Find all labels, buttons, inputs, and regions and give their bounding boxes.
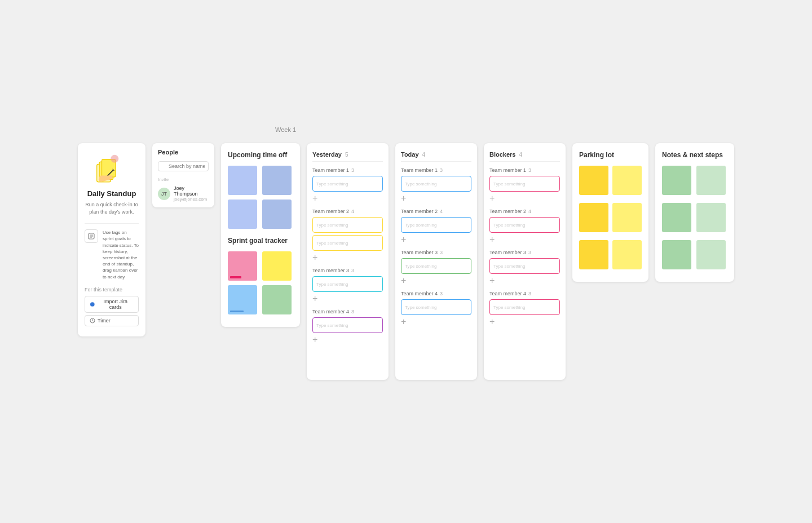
add-note-btn[interactable]: + <box>401 317 471 326</box>
team-2-today: Team member 2 4 Type something + <box>401 209 471 244</box>
team-2-blockers-label: Team member 2 <box>489 209 526 214</box>
team-4-yesterday: Team member 4 3 Type something + <box>312 309 383 344</box>
team-4-blockers-label: Team member 4 <box>489 291 526 296</box>
parking-stickies-1 <box>579 166 642 195</box>
avatar: JT <box>158 188 170 200</box>
team-4-today-label: Team member 4 <box>401 291 438 296</box>
add-note-btn[interactable]: + <box>489 235 560 244</box>
note-input[interactable]: Type something <box>312 176 383 192</box>
yesterday-column: Yesterday 5 Team member 1 3 Type somethi… <box>307 143 389 380</box>
person-email: joey@jones.com <box>174 197 209 202</box>
notes-stickies-1 <box>662 166 727 195</box>
blockers-count: 4 <box>519 152 522 158</box>
team-3-blockers-label: Team member 3 <box>489 250 526 255</box>
blockers-header: Blockers 4 <box>489 151 560 162</box>
add-note-btn[interactable]: + <box>312 253 383 262</box>
sticky-note <box>612 240 642 269</box>
add-note-btn[interactable]: + <box>401 276 471 285</box>
note-input[interactable]: Type something <box>489 299 560 315</box>
add-note-btn[interactable]: + <box>489 317 560 326</box>
people-title: People <box>158 149 209 156</box>
standup-divider <box>85 223 139 224</box>
sticky-note <box>696 166 726 195</box>
upcoming-time-off-card: Upcoming time off Sprint goal tracker <box>221 143 300 327</box>
sticky-note <box>579 166 608 195</box>
template-label: For this template <box>85 287 122 292</box>
note-input[interactable]: Type something <box>489 176 560 192</box>
svg-line-13 <box>92 321 94 321</box>
team-1-blockers-label: Team member 1 <box>489 167 526 173</box>
person-name: Joey Thompson <box>174 185 209 197</box>
add-note-btn[interactable]: + <box>401 194 471 203</box>
sticky-note <box>262 285 292 314</box>
blockers-column: Blockers 4 Team member 1 3 Type somethin… <box>484 143 566 380</box>
time-off-stickies-bottom <box>228 200 293 229</box>
standup-illustration <box>92 151 131 185</box>
team-3-blockers: Team member 3 3 Type something + <box>489 250 560 285</box>
note-input[interactable]: Type something <box>312 235 383 251</box>
person-item: JT Joey Thompson joey@jones.com <box>158 185 209 202</box>
team-2-blockers: Team member 2 4 Type something + <box>489 209 560 244</box>
sticky-note <box>262 251 292 281</box>
svg-point-5 <box>111 155 118 163</box>
team-4-count: 3 <box>351 309 354 314</box>
import-jira-label: Import Jira cards <box>98 299 134 310</box>
add-note-btn[interactable]: + <box>489 276 560 285</box>
parking-lot-card: Parking lot <box>572 143 648 282</box>
note-input[interactable]: Type something <box>401 217 471 233</box>
people-search-input[interactable] <box>158 161 209 171</box>
sticky-note <box>579 240 608 269</box>
sprint-stickies-top <box>228 251 293 281</box>
import-jira-button[interactable]: Import Jira cards <box>85 296 139 313</box>
note-input[interactable]: Type something <box>401 176 471 192</box>
sticky-note <box>662 166 691 195</box>
team-4-today: Team member 4 3 Type something + <box>401 291 471 326</box>
add-note-btn[interactable]: + <box>312 335 383 344</box>
team-4-label: Team member 4 <box>312 309 349 314</box>
parking-stickies-3 <box>579 240 642 269</box>
sticky-note <box>262 166 292 195</box>
team-4-blockers: Team member 4 3 Type something + <box>489 291 560 326</box>
standup-info-row: Use tags on sprint goals to indicate sta… <box>85 229 139 280</box>
notes-stickies-3 <box>662 240 727 269</box>
notes-card: Notes & next steps <box>655 143 734 282</box>
sprint-goal-title: Sprint goal tracker <box>228 237 293 245</box>
yesterday-title: Yesterday <box>312 151 342 158</box>
people-panel: People 🔍 Invite JT Joey Thompson joey@jo… <box>152 143 214 207</box>
sticky-note <box>228 251 257 281</box>
add-note-btn[interactable]: + <box>489 194 560 203</box>
notes-stickies-2 <box>662 203 727 232</box>
team-2-today-label: Team member 2 <box>401 209 438 214</box>
sprint-icon <box>85 229 98 243</box>
add-note-btn[interactable]: + <box>401 235 471 244</box>
note-input[interactable]: Type something <box>401 258 471 274</box>
note-input[interactable]: Type something <box>312 217 383 233</box>
team-3-count: 3 <box>351 268 354 273</box>
note-input[interactable]: Type something <box>312 276 383 292</box>
people-search-wrap[interactable]: 🔍 <box>158 160 209 171</box>
note-input[interactable]: Type something <box>401 299 471 315</box>
sticky-note <box>696 240 726 269</box>
notes-title: Notes & next steps <box>662 151 727 159</box>
timer-button[interactable]: Timer <box>85 315 139 326</box>
team-1-today-label: Team member 1 <box>401 167 438 173</box>
team-3-yesterday: Team member 3 3 Type something + <box>312 268 383 303</box>
team-3-today-label: Team member 3 <box>401 250 438 255</box>
add-note-btn[interactable]: + <box>312 294 383 303</box>
note-input[interactable]: Type something <box>489 217 560 233</box>
team-3-today: Team member 3 3 Type something + <box>401 250 471 285</box>
sticky-note <box>228 285 257 314</box>
team-2-yesterday: Team member 2 4 Type something Type some… <box>312 209 383 262</box>
sticky-note <box>579 203 608 232</box>
parking-stickies-2 <box>579 203 642 232</box>
standup-info-card: Daily Standup Run a quick check-in to pl… <box>78 143 145 336</box>
add-note-btn[interactable]: + <box>312 194 383 203</box>
note-input[interactable]: Type something <box>489 258 560 274</box>
week-label: Week 1 <box>275 126 296 133</box>
sticky-note <box>662 240 691 269</box>
timer-label: Timer <box>98 318 111 323</box>
today-title: Today <box>401 151 419 158</box>
blockers-title: Blockers <box>489 151 515 158</box>
team-2-count: 4 <box>351 209 354 214</box>
note-input[interactable]: Type something <box>312 317 383 333</box>
